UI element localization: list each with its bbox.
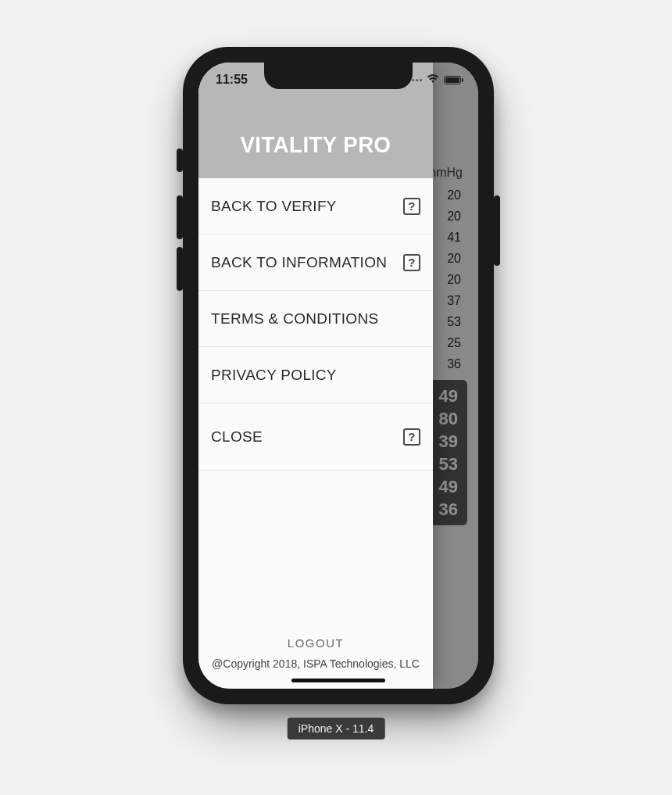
drawer-item-label: CLOSE xyxy=(211,428,263,446)
side-drawer: VITALITY PRO BACK TO VERIFY ? BACK TO IN… xyxy=(198,63,433,689)
help-icon[interactable]: ? xyxy=(403,428,420,446)
drawer-item-terms[interactable]: TERMS & CONDITIONS xyxy=(198,291,433,347)
copyright-text: @Copyright 2018, ISPA Technologies, LLC xyxy=(198,657,433,670)
bg-value: 25 xyxy=(447,332,461,353)
status-right xyxy=(408,73,461,86)
drawer-item-label: BACK TO INFORMATION xyxy=(211,254,387,271)
bg-value: 20 xyxy=(447,184,461,206)
bg-value: 36 xyxy=(447,353,461,374)
battery-icon xyxy=(444,76,461,84)
device-notch xyxy=(264,63,413,89)
bg-value: 20 xyxy=(447,248,461,269)
bg-highlight-value: 49 xyxy=(439,475,458,498)
bg-highlight-value: 53 xyxy=(439,453,458,475)
volume-down[interactable] xyxy=(177,247,183,291)
device-caption: iPhone X - 11.4 xyxy=(288,718,385,739)
home-indicator[interactable] xyxy=(291,679,385,682)
bg-value: 41 xyxy=(447,227,461,248)
drawer-title: VITALITY PRO xyxy=(240,131,391,158)
drawer-item-back-to-verify[interactable]: BACK TO VERIFY ? xyxy=(198,178,433,235)
wifi-icon xyxy=(427,73,439,86)
drawer-item-close[interactable]: CLOSE ? xyxy=(198,403,433,471)
volume-up[interactable] xyxy=(177,195,183,239)
power-button[interactable] xyxy=(494,195,500,266)
drawer-item-label: PRIVACY POLICY xyxy=(211,367,337,384)
drawer-item-label: TERMS & CONDITIONS xyxy=(211,310,378,328)
bg-value: 20 xyxy=(447,269,461,290)
drawer-item-label: BACK TO VERIFY xyxy=(211,198,337,215)
bg-value: 20 xyxy=(447,206,461,227)
drawer-items: BACK TO VERIFY ? BACK TO INFORMATION ? T… xyxy=(198,178,433,636)
bg-value-list: 20 20 41 20 20 37 53 25 36 xyxy=(447,184,461,374)
drawer-item-privacy[interactable]: PRIVACY POLICY xyxy=(198,347,433,403)
bg-value: 37 xyxy=(447,290,461,311)
bg-value: 53 xyxy=(447,311,461,332)
status-time: 11:55 xyxy=(216,73,248,87)
help-icon[interactable]: ? xyxy=(403,254,420,271)
bg-highlight-value: 80 xyxy=(439,407,458,430)
bg-highlight-value: 36 xyxy=(439,498,458,521)
drawer-item-back-to-information[interactable]: BACK TO INFORMATION ? xyxy=(198,235,433,291)
device-frame: 0 mmHg 20 20 41 20 20 37 53 25 36 49 80 … xyxy=(183,47,494,704)
logout-button[interactable]: LOGOUT xyxy=(198,636,433,650)
bg-highlight-box: 49 80 39 53 49 36 xyxy=(430,380,467,525)
bg-highlight-value: 49 xyxy=(439,385,458,407)
screen: 0 mmHg 20 20 41 20 20 37 53 25 36 49 80 … xyxy=(198,63,478,689)
help-icon[interactable]: ? xyxy=(403,198,420,215)
mute-switch[interactable] xyxy=(177,149,183,172)
bg-highlight-value: 39 xyxy=(439,430,458,453)
